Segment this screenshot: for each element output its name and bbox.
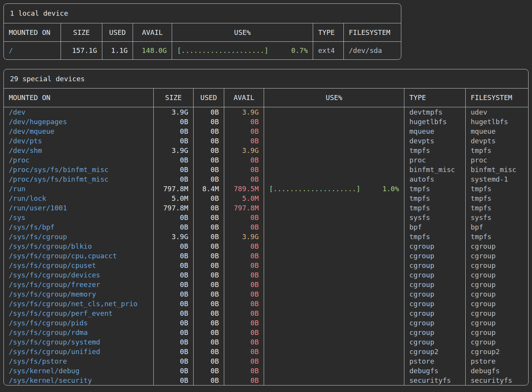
size-cell: 0B: [153, 337, 193, 347]
mounted-on-cell: /proc/sys/fs/binfmt_misc: [4, 174, 153, 184]
mounted-on-cell: /sys/fs/cgroup/cpu,cpuacct: [4, 251, 153, 261]
size-cell: 0B: [153, 289, 193, 299]
used-cell: 0B: [193, 366, 224, 376]
use-percent-cell: [264, 203, 404, 213]
usage-percent: 0.7%: [291, 46, 308, 55]
used-cell: 0B: [193, 280, 224, 289]
size-cell: 0B: [153, 356, 193, 366]
table-gap: [3, 60, 529, 69]
header-filesystem: FILESYSTEM: [343, 23, 401, 42]
use-percent-cell: [264, 194, 404, 203]
use-percent-cell: [....................]0.7%: [172, 42, 313, 59]
mounted-on-cell: /sys/kernel/security: [4, 376, 153, 385]
used-cell: 0B: [193, 165, 224, 174]
used-cell: 0B: [193, 107, 224, 117]
used-cell: 0B: [193, 337, 224, 347]
special-devices-header-row: MOUNTED ON SIZE USED AVAIL USE% TYPE FIL…: [4, 89, 528, 107]
table-row: /dev/mqueue0B0B0Bmqueuemqueue: [4, 126, 528, 136]
mounted-on-cell: /dev/hugepages: [4, 117, 153, 126]
mounted-on-cell: /: [4, 42, 61, 59]
filesystem-cell: cgroup: [465, 328, 528, 337]
header-used: USED: [193, 89, 224, 107]
use-percent-cell: [264, 261, 404, 270]
size-cell: 5.0M: [153, 194, 193, 203]
use-percent-cell: [264, 376, 404, 385]
table-row: /run/user/1001797.8M0B797.8Mtmpfstmpfs: [4, 203, 528, 213]
filesystem-cell: /dev/sda: [343, 42, 401, 59]
type-cell: cgroup: [404, 241, 465, 251]
size-cell: 0B: [153, 117, 193, 126]
avail-cell: 789.5M: [224, 184, 264, 194]
used-cell: 0B: [193, 203, 224, 213]
mounted-on-cell: /dev: [4, 107, 153, 117]
size-cell: 0B: [153, 261, 193, 270]
size-cell: 0B: [153, 213, 193, 222]
header-type: TYPE: [404, 89, 465, 107]
table-row: /sys0B0B0Bsysfssysfs: [4, 213, 528, 222]
table-row: /sys/fs/cgroup/net_cls,net_prio0B0B0Bcgr…: [4, 299, 528, 308]
header-avail: AVAIL: [224, 89, 264, 107]
used-cell: 0B: [193, 347, 224, 356]
avail-cell: 0B: [224, 280, 264, 289]
size-cell: 0B: [153, 270, 193, 280]
use-percent-cell: [....................]1.0%: [264, 184, 404, 194]
used-cell: 0B: [193, 146, 224, 155]
use-percent-cell: [264, 356, 404, 366]
mounted-on-cell: /run/lock: [4, 194, 153, 203]
filesystem-cell: cgroup: [465, 308, 528, 318]
header-use-percent: USE%: [172, 23, 313, 42]
filesystem-cell: tmpfs: [465, 184, 528, 194]
table-row: /proc/sys/fs/binfmt_misc0B0B0Bbinfmt_mis…: [4, 165, 528, 174]
type-cell: debugfs: [404, 366, 465, 376]
use-percent-cell: [264, 318, 404, 328]
avail-cell: 0B: [224, 347, 264, 356]
use-percent-cell: [264, 280, 404, 289]
size-cell: 0B: [153, 222, 193, 232]
type-cell: ext4: [313, 42, 343, 59]
size-cell: 0B: [153, 280, 193, 289]
use-percent-cell: [264, 107, 404, 117]
header-used: USED: [102, 23, 133, 42]
mounted-on-cell: /sys/fs/cgroup/devices: [4, 270, 153, 280]
mounted-on-cell: /sys/fs/cgroup/rdma: [4, 328, 153, 337]
table-row: /sys/fs/cgroup/devices0B0B0Bcgroupcgroup: [4, 270, 528, 280]
table-row: /sys/fs/pstore0B0B0Bpstorepstore: [4, 356, 528, 366]
use-percent-cell: [264, 232, 404, 241]
table-row: /dev3.9G0B3.9Gdevtmpfsudev: [4, 107, 528, 117]
type-cell: tmpfs: [404, 184, 465, 194]
type-cell: proc: [404, 155, 465, 165]
use-percent-cell: [264, 126, 404, 136]
filesystem-cell: systemd-1: [465, 174, 528, 184]
filesystem-cell: tmpfs: [465, 146, 528, 155]
table-row: /157.1G1.1G148.0G[....................]0…: [4, 42, 401, 59]
filesystem-cell: cgroup: [465, 241, 528, 251]
type-cell: hugetlbfs: [404, 117, 465, 126]
avail-cell: 3.9G: [224, 107, 264, 117]
used-cell: 0B: [193, 251, 224, 261]
size-cell: 0B: [153, 318, 193, 328]
table-row: /sys/fs/cgroup/perf_event0B0B0Bcgroupcgr…: [4, 308, 528, 318]
table-row: /sys/fs/cgroup/freezer0B0B0Bcgroupcgroup: [4, 280, 528, 289]
size-cell: 3.9G: [153, 146, 193, 155]
used-cell: 0B: [193, 232, 224, 241]
filesystem-cell: devpts: [465, 136, 528, 146]
table-row: /run797.8M8.4M789.5M[...................…: [4, 184, 528, 194]
filesystem-cell: bpf: [465, 222, 528, 232]
mounted-on-cell: /sys/fs/cgroup/perf_event: [4, 308, 153, 318]
filesystem-cell: debugfs: [465, 366, 528, 376]
mounted-on-cell: /sys/fs/cgroup/systemd: [4, 337, 153, 347]
avail-cell: 148.0G: [133, 42, 172, 59]
local-devices-table: 1 local device MOUNTED ON SIZE USED AVAI…: [3, 3, 401, 60]
filesystem-cell: hugetlbfs: [465, 117, 528, 126]
use-percent-cell: [264, 328, 404, 337]
type-cell: tmpfs: [404, 232, 465, 241]
avail-cell: 0B: [224, 289, 264, 299]
header-filesystem: FILESYSTEM: [465, 89, 528, 107]
avail-cell: 0B: [224, 136, 264, 146]
filesystem-cell: sysfs: [465, 213, 528, 222]
avail-cell: 0B: [224, 299, 264, 308]
used-cell: 0B: [193, 289, 224, 299]
use-percent-cell: [264, 337, 404, 347]
avail-cell: 0B: [224, 376, 264, 385]
filesystem-cell: tmpfs: [465, 203, 528, 213]
